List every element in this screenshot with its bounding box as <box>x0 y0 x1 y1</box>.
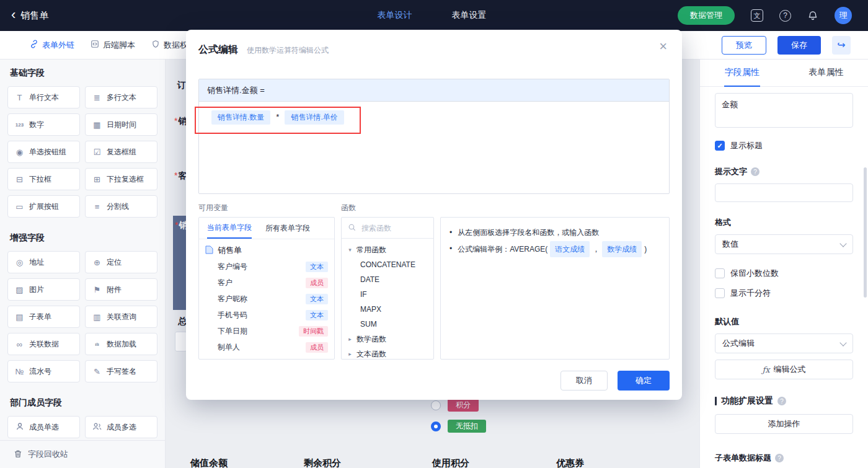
points-badge[interactable]: 积分 <box>448 399 479 412</box>
variable-row[interactable]: 客户编号文本 <box>199 258 334 275</box>
field-address[interactable]: ◎地址 <box>7 251 80 273</box>
field-data-load[interactable]: ılı数据加载 <box>85 333 157 355</box>
field-extend-button[interactable]: ▭扩展按钮 <box>7 195 80 218</box>
field-serial-number[interactable]: №流水号 <box>7 360 80 382</box>
avatar[interactable]: 理 <box>835 7 852 24</box>
default-value-select[interactable]: 公式编辑 <box>715 333 853 353</box>
field-radio-group[interactable]: ◉单选按钮组 <box>7 141 80 163</box>
checkbox-show-title[interactable] <box>715 141 725 151</box>
translate-icon[interactable]: 文 <box>751 9 763 22</box>
tab-all-form-fields[interactable]: 所有表单字段 <box>265 218 310 239</box>
variables-root-node[interactable]: 销售单 <box>199 239 334 258</box>
section-enhanced-fields: 增强字段 <box>10 232 155 244</box>
no-deduction-badge[interactable]: 无抵扣 <box>448 420 486 433</box>
field-image[interactable]: ▨图片 <box>7 278 80 301</box>
checkbox-keep-decimals[interactable] <box>715 268 725 278</box>
field-single-line-text[interactable]: T单行文本 <box>7 86 80 108</box>
field-related-query[interactable]: ▥关联查询 <box>85 306 157 328</box>
function-item[interactable]: MAPX <box>342 302 433 317</box>
field-number[interactable]: 123数字 <box>7 113 80 136</box>
backend-script-item[interactable]: 后端脚本 <box>91 40 135 51</box>
field-attachment[interactable]: ⚑附件 <box>85 278 157 301</box>
function-item[interactable]: IF <box>342 287 433 302</box>
data-manage-button[interactable]: 数据管理 <box>678 6 735 25</box>
confirm-button[interactable]: 确定 <box>618 371 670 391</box>
function-group-common[interactable]: ▾常用函数 <box>342 242 433 257</box>
format-select[interactable]: 数值 <box>715 234 853 254</box>
form-external-link-item[interactable]: 表单外链 <box>30 40 74 51</box>
input-fragment[interactable] <box>175 332 187 351</box>
tab-form-design[interactable]: 表单设计 <box>378 10 412 21</box>
function-group-text[interactable]: ▸文本函数 <box>342 347 433 360</box>
field-signature[interactable]: ✎手写签名 <box>85 360 157 382</box>
scrollbar-thumb[interactable] <box>864 167 867 298</box>
variable-row[interactable]: 下单日期时间戳 <box>199 323 334 339</box>
edit-formula-label: 编辑公式 <box>774 364 806 375</box>
field-multi-line-text[interactable]: ≣多行文本 <box>85 86 157 108</box>
section-member-fields: 部门成员字段 <box>10 397 155 408</box>
field-divider[interactable]: ≡分割线 <box>85 195 157 218</box>
label-coupon: 优惠券 <box>556 457 584 468</box>
data-permission-item[interactable]: 数据权 <box>151 40 188 51</box>
notification-bell-icon[interactable] <box>807 10 818 21</box>
field-type-badge: 文本 <box>306 294 328 304</box>
formula-input-area[interactable]: 销售详情.数量 * 销售详情.单价 <box>199 102 669 193</box>
member-multi-icon <box>92 422 102 433</box>
variable-row[interactable]: 制单人成员 <box>199 339 334 355</box>
tab-current-form-fields[interactable]: 当前表单字段 <box>207 218 252 239</box>
edit-formula-button[interactable]: ƒx 编辑公式 <box>715 360 853 379</box>
field-subform[interactable]: ▤子表单 <box>7 306 80 328</box>
variable-row[interactable]: 客户昵称文本 <box>199 291 334 307</box>
tab-form-settings[interactable]: 表单设置 <box>452 10 487 21</box>
field-dropdown[interactable]: ⊟下拉框 <box>7 168 80 190</box>
cancel-button[interactable]: 取消 <box>560 371 608 391</box>
variable-row[interactable]: 客户成员 <box>199 275 334 291</box>
field-recycle-bin[interactable]: 字段回收站 <box>0 440 165 468</box>
extend-button-icon: ▭ <box>14 202 25 211</box>
help-icon[interactable]: ? <box>779 10 791 22</box>
hint-text-input[interactable] <box>715 183 853 202</box>
function-item[interactable]: CONCATENATE <box>342 257 433 272</box>
radio-group-icon: ◉ <box>14 148 25 157</box>
tab-field-properties[interactable]: 字段属性 <box>700 59 784 86</box>
function-search-input[interactable] <box>360 223 427 233</box>
preview-button[interactable]: 预览 <box>722 36 766 55</box>
radio-option-no-deduction: 无抵扣 <box>431 420 486 433</box>
checkbox-thousand-separator[interactable] <box>715 288 725 298</box>
example-field-tag: 语文成绩 <box>550 241 590 257</box>
hint-text-label: 提示文字 <box>715 166 747 177</box>
formula-operand-price[interactable]: 销售详情.单价 <box>285 110 343 125</box>
field-label: 多行文本 <box>107 92 136 103</box>
add-action-button[interactable]: 添加操作 <box>715 414 853 434</box>
field-member-single[interactable]: 成员单选 <box>7 416 80 438</box>
close-icon[interactable]: × <box>659 40 667 53</box>
field-checkbox-group[interactable]: ☑复选框组 <box>85 141 157 163</box>
hint-help-icon[interactable]: ? <box>751 167 760 176</box>
field-title-input[interactable]: 金额 <box>715 93 853 128</box>
canvas-total-fragment: 总 <box>178 316 187 327</box>
function-item[interactable]: SUM <box>342 317 433 332</box>
field-datetime[interactable]: ▦日期时间 <box>85 113 157 136</box>
radio-unselected[interactable] <box>431 400 441 410</box>
image-icon: ▨ <box>14 285 25 294</box>
field-location[interactable]: ⊕定位 <box>85 251 157 273</box>
dropdown-multi-icon: ⊞ <box>92 175 102 184</box>
dropdown-icon: ⊟ <box>14 175 25 184</box>
function-group-math[interactable]: ▸数学函数 <box>342 332 433 347</box>
back-chevron-icon[interactable]: ‹ <box>11 8 16 22</box>
radio-selected[interactable] <box>431 422 441 431</box>
function-item[interactable]: DATE <box>342 272 433 287</box>
field-dropdown-multi[interactable]: ⊞下拉复选框 <box>85 168 157 190</box>
topbar-tabs: 表单设计 表单设置 <box>186 10 678 21</box>
formula-operand-quantity[interactable]: 销售详情.数量 <box>211 110 270 125</box>
share-icon[interactable]: ↪ <box>832 36 851 55</box>
related-query-icon: ▥ <box>92 312 102 322</box>
subform-title-help-icon[interactable]: ? <box>775 454 784 462</box>
section-basic-fields: 基础字段 <box>10 68 155 79</box>
save-button[interactable]: 保存 <box>777 36 821 55</box>
field-related-data[interactable]: ∞关联数据 <box>7 333 80 355</box>
tab-form-properties[interactable]: 表单属性 <box>784 59 868 86</box>
variable-row[interactable]: 手机号码文本 <box>199 307 334 323</box>
extension-help-icon[interactable]: ? <box>777 397 786 405</box>
field-member-multi[interactable]: 成员多选 <box>85 416 157 438</box>
